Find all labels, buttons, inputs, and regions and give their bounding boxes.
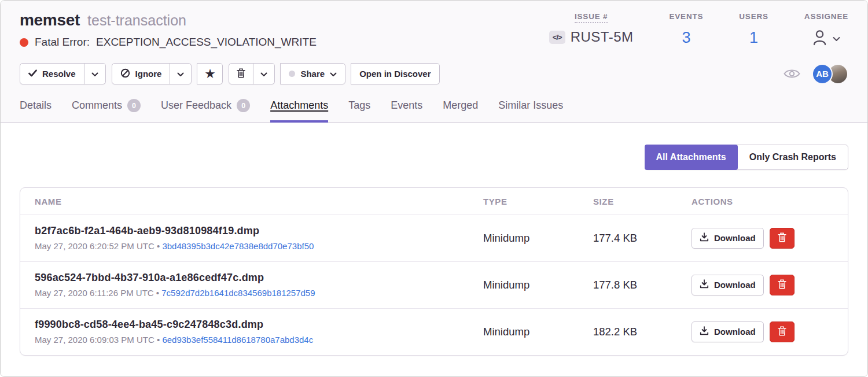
- tab-merged[interactable]: Merged: [443, 99, 478, 122]
- attachment-row: 596ac524-7bbd-4b37-910a-a1e86cedf47c.dmp…: [20, 261, 848, 308]
- assignee-label: ASSIGNEE: [804, 12, 848, 21]
- stat-issue-number: ISSUE # </> RUST-5M: [549, 11, 634, 48]
- table-body: b2f7ac6b-f2a1-464b-aeb9-93d810984f19.dmp…: [20, 215, 848, 355]
- resolve-label: Resolve: [42, 69, 76, 79]
- users-label: USERS: [739, 12, 768, 21]
- attachment-type: Minidump: [483, 279, 593, 291]
- assignee-selector[interactable]: [804, 29, 848, 48]
- error-level-dot: [20, 38, 28, 47]
- download-icon: [700, 326, 709, 337]
- events-label: EVENTS: [669, 12, 703, 21]
- table-header: NAME TYPE SIZE ACTIONS: [20, 188, 848, 215]
- eye-icon[interactable]: [784, 68, 800, 79]
- event-id-link[interactable]: 6ed93b3ef558411d8618780a7abd3d4c: [162, 335, 313, 345]
- error-value: EXCEPTION_ACCESS_VIOLATION_WRITE: [96, 36, 317, 49]
- tab-user-feedback[interactable]: User Feedback 0: [161, 99, 250, 122]
- delete-attachment-button[interactable]: [770, 321, 795, 342]
- page-title: memset: [20, 11, 80, 29]
- delete-dropdown-button[interactable]: [253, 63, 275, 84]
- tab-details[interactable]: Details: [20, 99, 52, 122]
- share-label: Share: [300, 69, 325, 79]
- attachment-size: 182.2 KB: [593, 326, 692, 338]
- delete-attachment-button[interactable]: [770, 275, 795, 295]
- attachments-table: NAME TYPE SIZE ACTIONS b2f7ac6b-f2a1-464…: [20, 187, 848, 356]
- attachment-size: 177.8 KB: [593, 279, 692, 291]
- attachments-content: All Attachments Only Crash Reports NAME …: [1, 123, 867, 356]
- star-icon: ★: [205, 68, 215, 79]
- tab-similar-issues[interactable]: Similar Issues: [498, 99, 563, 122]
- name-cell: b2f7ac6b-f2a1-464b-aeb9-93d810984f19.dmp…: [35, 225, 483, 251]
- stat-events: EVENTS 3: [669, 11, 703, 48]
- event-id-link[interactable]: 3bd48395b3dc42e7838e8dd70e73bf50: [162, 241, 314, 251]
- issue-header: memset test-transaction Fatal Error: EXC…: [1, 1, 867, 123]
- chevron-down-icon: [260, 69, 267, 79]
- tab-count-badge: 0: [127, 99, 141, 112]
- issue-number-value: RUST-5M: [571, 29, 634, 45]
- check-icon: [28, 69, 37, 79]
- event-id-link[interactable]: 7c592d7d2b1641dc834569b181257d59: [161, 288, 315, 298]
- delete-attachment-button[interactable]: [770, 228, 795, 249]
- column-header-size: SIZE: [593, 197, 692, 206]
- open-in-discover-button[interactable]: Open in Discover: [351, 63, 439, 84]
- resolve-button[interactable]: Resolve: [20, 63, 84, 84]
- users-count[interactable]: 1: [749, 29, 758, 47]
- download-icon: [700, 232, 709, 243]
- attachment-type: Minidump: [483, 326, 593, 338]
- page-subtitle: test-transaction: [87, 12, 186, 29]
- meta-separator: •: [157, 335, 160, 345]
- name-cell: f9990bc8-cd58-4ee4-ba45-c9c247848c3d.dmp…: [35, 319, 483, 345]
- chevron-down-icon: [330, 69, 337, 79]
- share-button[interactable]: Share: [280, 63, 345, 84]
- trash-icon: [778, 326, 786, 338]
- events-count[interactable]: 3: [682, 29, 690, 47]
- filter-all-attachments-button[interactable]: All Attachments: [645, 145, 738, 170]
- participant-avatars: AB: [812, 64, 848, 84]
- attachment-filename: 596ac524-7bbd-4b37-910a-a1e86cedf47c.dmp: [35, 272, 483, 284]
- issue-title-block: memset test-transaction Fatal Error: EXC…: [20, 11, 317, 49]
- mute-icon: [120, 68, 130, 80]
- attachment-timestamp: May 27, 2020 6:20:52 PM UTC: [35, 241, 155, 251]
- attachment-size: 177.4 KB: [593, 232, 692, 245]
- share-status-dot-icon: [289, 71, 295, 77]
- delete-issue-button[interactable]: [229, 63, 253, 84]
- chevron-down-icon: [177, 69, 184, 79]
- chevron-down-icon: [833, 34, 840, 44]
- tab-comments[interactable]: Comments 0: [72, 99, 141, 122]
- attachment-type: Minidump: [483, 232, 593, 245]
- attachment-row: f9990bc8-cd58-4ee4-ba45-c9c247848c3d.dmp…: [20, 308, 848, 355]
- attachment-timestamp: May 27, 2020 6:09:03 PM UTC: [35, 335, 155, 345]
- column-header-name: NAME: [35, 197, 483, 206]
- attachments-filter-toggle: All Attachments Only Crash Reports: [645, 145, 848, 170]
- issue-page: memset test-transaction Fatal Error: EXC…: [0, 0, 868, 377]
- name-cell: 596ac524-7bbd-4b37-910a-a1e86cedf47c.dmp…: [35, 272, 483, 298]
- chevron-down-icon: [91, 69, 98, 79]
- filter-only-crash-reports-button[interactable]: Only Crash Reports: [738, 145, 848, 169]
- attachment-timestamp: May 27, 2020 6:11:26 PM UTC: [35, 288, 154, 298]
- attachment-filename: b2f7ac6b-f2a1-464b-aeb9-93d810984f19.dmp: [35, 225, 483, 237]
- column-header-actions: ACTIONS: [692, 197, 836, 206]
- resolve-dropdown-button[interactable]: [84, 63, 106, 84]
- avatar[interactable]: AB: [812, 64, 833, 84]
- download-button[interactable]: Download: [692, 275, 764, 295]
- error-label: Fatal Error:: [35, 36, 90, 49]
- tab-events[interactable]: Events: [391, 99, 422, 122]
- stat-assignee: ASSIGNEE: [804, 11, 848, 48]
- ignore-label: Ignore: [135, 69, 162, 79]
- ignore-dropdown-button[interactable]: [170, 63, 192, 84]
- attachment-row: b2f7ac6b-f2a1-464b-aeb9-93d810984f19.dmp…: [20, 215, 848, 261]
- tab-count-badge: 0: [237, 99, 250, 112]
- code-icon: </>: [549, 31, 565, 44]
- download-button[interactable]: Download: [692, 228, 764, 249]
- ignore-button[interactable]: Ignore: [112, 63, 171, 84]
- tab-attachments[interactable]: Attachments: [270, 99, 328, 122]
- trash-icon: [778, 279, 786, 291]
- tab-tags[interactable]: Tags: [348, 99, 370, 122]
- trash-icon: [778, 232, 786, 244]
- download-button[interactable]: Download: [692, 321, 764, 342]
- column-header-type: TYPE: [483, 197, 593, 206]
- person-icon: [812, 29, 827, 48]
- meta-separator: •: [156, 288, 159, 298]
- issue-number-label: ISSUE #: [575, 12, 608, 23]
- bookmark-star-button[interactable]: ★: [197, 63, 223, 84]
- trash-icon: [237, 68, 245, 80]
